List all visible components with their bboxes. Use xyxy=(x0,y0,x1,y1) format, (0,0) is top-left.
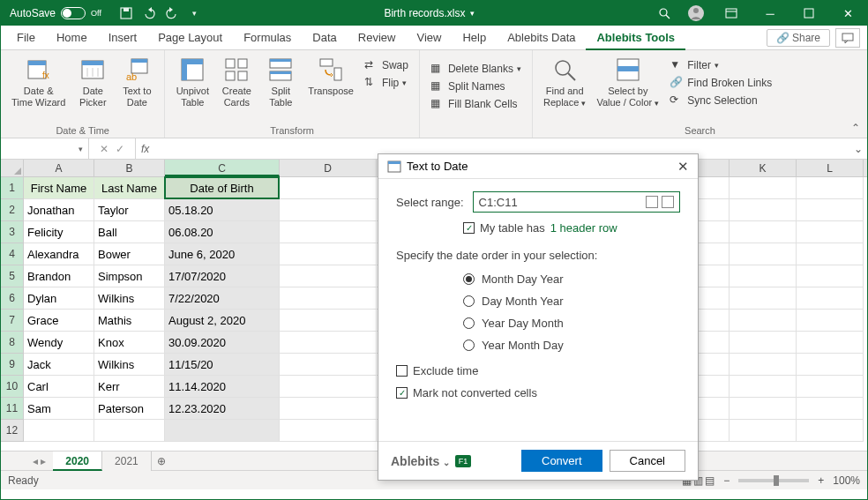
qat-dropdown-icon[interactable]: ▾ xyxy=(188,6,202,20)
cell[interactable]: First Name xyxy=(24,177,94,199)
cell[interactable] xyxy=(797,310,864,332)
cell[interactable]: Brandon xyxy=(24,265,94,287)
search-icon[interactable] xyxy=(648,1,680,26)
cell[interactable] xyxy=(730,310,797,332)
ribbon-options-icon[interactable] xyxy=(712,1,751,26)
row-header-8[interactable]: 8 xyxy=(1,332,23,354)
fx-icon[interactable]: fx xyxy=(136,143,154,155)
cell[interactable] xyxy=(730,376,797,398)
cell[interactable]: 06.08.20 xyxy=(165,221,280,243)
cell[interactable] xyxy=(730,265,797,287)
cell[interactable] xyxy=(797,332,864,354)
cell[interactable]: Wendy xyxy=(24,332,94,354)
row-header-1[interactable]: 1 xyxy=(1,177,23,199)
cell[interactable]: Alexandra xyxy=(24,243,94,265)
cell[interactable] xyxy=(280,398,377,420)
cell[interactable]: Kerr xyxy=(94,376,165,398)
cell[interactable] xyxy=(797,287,864,310)
cell[interactable]: Mathis xyxy=(94,310,165,332)
cell[interactable] xyxy=(280,243,377,265)
cell[interactable]: Carl xyxy=(24,376,94,398)
cell[interactable] xyxy=(165,420,280,442)
select-all-corner[interactable] xyxy=(1,160,24,177)
col-header-B[interactable]: B xyxy=(94,160,165,176)
col-header-K[interactable]: K xyxy=(730,160,797,176)
radio-ydm[interactable] xyxy=(463,317,475,329)
cell[interactable]: 30.09.2020 xyxy=(165,332,280,354)
cell[interactable]: Grace xyxy=(24,310,94,332)
autosave-toggle[interactable] xyxy=(61,7,86,19)
tab-view[interactable]: View xyxy=(406,26,452,50)
zoom-slider[interactable] xyxy=(738,479,809,482)
tab-review[interactable]: Review xyxy=(348,26,407,50)
row-header-2[interactable]: 2 xyxy=(1,199,23,221)
row-header-7[interactable]: 7 xyxy=(1,310,23,332)
close-button[interactable]: ✕ xyxy=(828,1,867,26)
sheet-tab-2020[interactable]: 2020 xyxy=(53,451,102,471)
zoom-in-button[interactable]: + xyxy=(818,474,824,487)
cell[interactable]: Paterson xyxy=(94,398,165,420)
minimize-button[interactable]: ─ xyxy=(751,1,789,26)
cell[interactable]: Jonathan xyxy=(24,199,94,221)
header-row-link[interactable]: 1 header row xyxy=(550,221,617,235)
tab-formulas[interactable]: Formulas xyxy=(233,26,302,50)
swap-button[interactable]: ⇄Swap xyxy=(361,57,412,73)
row-header-3[interactable]: 3 xyxy=(1,221,23,243)
unpivot-table-button[interactable]: UnpivotTable xyxy=(172,54,213,123)
cell[interactable] xyxy=(797,265,864,287)
save-icon[interactable] xyxy=(119,6,133,20)
sheet-nav[interactable]: ◂ ▸ xyxy=(26,455,53,467)
page-break-view-icon[interactable]: ▤ xyxy=(705,474,715,487)
help-f1-button[interactable]: F1 xyxy=(455,455,471,467)
split-names-button[interactable]: ▦Split Names xyxy=(427,78,525,94)
flip-button[interactable]: ⇅Flip ▾ xyxy=(361,75,412,91)
radio-ymd[interactable] xyxy=(463,340,475,351)
tab-help[interactable]: Help xyxy=(452,26,497,50)
autosave-control[interactable]: AutoSave Off xyxy=(1,7,110,19)
cell[interactable] xyxy=(24,420,94,442)
fill-blank-cells-button[interactable]: ▦Fill Blank Cells xyxy=(427,96,525,112)
cell[interactable]: 11.14.2020 xyxy=(165,376,280,398)
cell[interactable] xyxy=(280,420,377,442)
tab-data[interactable]: Data xyxy=(302,26,347,50)
cell[interactable] xyxy=(730,354,797,376)
tab-page-layout[interactable]: Page Layout xyxy=(147,26,233,50)
radio-mdy[interactable] xyxy=(463,273,475,285)
mark-not-converted-checkbox[interactable]: ✓ xyxy=(396,387,408,399)
cell[interactable] xyxy=(280,332,377,354)
cell[interactable]: 11/15/20 xyxy=(165,354,280,376)
cell[interactable]: 05.18.20 xyxy=(165,199,280,221)
radio-dmy[interactable] xyxy=(463,295,475,307)
cell[interactable]: Felicity xyxy=(24,221,94,243)
cell[interactable] xyxy=(730,199,797,221)
text-to-date-button[interactable]: ab Text toDate xyxy=(116,54,157,123)
filter-button[interactable]: ▼Filter ▾ xyxy=(666,57,775,73)
convert-button[interactable]: Convert xyxy=(521,450,602,472)
cell[interactable] xyxy=(280,177,377,199)
cancel-button[interactable]: Cancel xyxy=(610,450,685,472)
cell[interactable] xyxy=(280,354,377,376)
split-table-button[interactable]: SplitTable xyxy=(260,54,301,123)
cell[interactable]: Simpson xyxy=(94,265,165,287)
add-sheet-button[interactable]: ⊕ xyxy=(152,455,171,467)
name-box[interactable] xyxy=(1,138,89,160)
tab-ablebits-tools[interactable]: Ablebits Tools xyxy=(586,26,685,50)
find-broken-links-button[interactable]: 🔗Find Broken Links xyxy=(666,75,775,91)
cell[interactable] xyxy=(730,287,797,310)
share-button[interactable]: 🔗 Share xyxy=(767,29,830,47)
cancel-formula-icon[interactable]: ✕ xyxy=(100,143,108,155)
collapse-range-icon[interactable] xyxy=(662,196,674,208)
cell[interactable] xyxy=(280,376,377,398)
comments-button[interactable] xyxy=(835,28,860,48)
cell[interactable]: Sam xyxy=(24,398,94,420)
dialog-close-button[interactable]: ✕ xyxy=(677,159,689,175)
account-icon[interactable] xyxy=(680,1,712,26)
row-header-11[interactable]: 11 xyxy=(1,398,23,420)
cell[interactable] xyxy=(730,177,797,199)
cell[interactable]: August 2, 2020 xyxy=(165,310,280,332)
cell[interactable] xyxy=(280,199,377,221)
zoom-out-button[interactable]: − xyxy=(723,474,730,487)
cell[interactable] xyxy=(280,221,377,243)
cell[interactable] xyxy=(94,420,165,442)
cell[interactable] xyxy=(797,420,864,442)
